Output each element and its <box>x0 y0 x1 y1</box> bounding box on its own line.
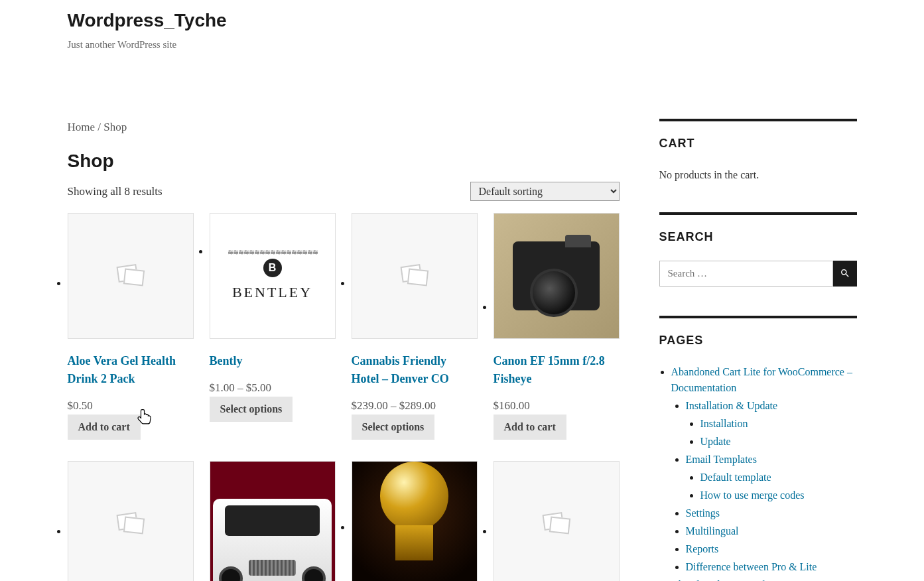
breadcrumb-current: Shop <box>103 121 127 133</box>
product-price: $239.00 – $289.00 <box>352 399 436 412</box>
search-button[interactable] <box>833 261 857 287</box>
site-title[interactable]: Wordpress_Tyche <box>68 7 857 34</box>
page-link[interactable]: Installation <box>700 418 748 429</box>
pages-widget: PAGES Abandoned Cart Lite for WooCommerc… <box>659 316 857 582</box>
page-link[interactable]: Abandoned Cart Lite for WooCommerce – Do… <box>671 366 852 393</box>
page-link[interactable]: Default template <box>700 472 771 483</box>
product-price: $1.00 – $5.00 <box>210 381 272 394</box>
product-title[interactable]: Aloe Vera Gel Health Drink 2 Pack <box>68 352 194 388</box>
product-image[interactable] <box>68 461 194 582</box>
search-form <box>659 261 857 287</box>
pages-list: Abandoned Cart Lite for WooCommerce – Do… <box>659 364 857 582</box>
page-link[interactable]: Reports <box>686 543 719 554</box>
product-image[interactable] <box>352 461 478 582</box>
cart-widget: CART No products in the cart. <box>659 119 857 183</box>
placeholder-icon <box>543 513 570 535</box>
placeholder-icon <box>401 265 428 287</box>
breadcrumb-sep: / <box>95 121 103 133</box>
sort-select[interactable]: Default sorting <box>470 182 620 201</box>
search-icon <box>840 268 850 279</box>
product-image[interactable] <box>494 461 620 582</box>
page-link[interactable]: Difference between Pro & Lite <box>686 561 817 572</box>
page-link[interactable]: Multilingual <box>686 525 739 537</box>
product-title[interactable]: Canon EF 15mm f/2.8 Fisheye <box>494 352 620 388</box>
pages-widget-title: PAGES <box>659 332 857 350</box>
product-action-button[interactable]: Select options <box>210 397 293 422</box>
page-link[interactable]: Abandoned Cart Pro for WooCommerce – Doc… <box>671 579 850 582</box>
product-action-button[interactable]: Select options <box>352 415 435 440</box>
placeholder-icon <box>117 513 144 535</box>
product-price: $0.50 <box>68 399 93 412</box>
breadcrumb: Home / Shop <box>68 119 620 136</box>
product-card <box>352 461 478 582</box>
page-link[interactable]: Settings <box>686 507 720 519</box>
page-link[interactable]: How to use merge codes <box>700 489 805 501</box>
page-title: Shop <box>68 147 620 175</box>
page-link[interactable]: Update <box>700 436 731 447</box>
product-image[interactable] <box>352 213 478 339</box>
product-title[interactable]: Bently <box>210 352 336 370</box>
search-widget-title: SEARCH <box>659 228 857 246</box>
product-title[interactable]: Cannabis Friendly Hotel – Denver CO <box>352 352 478 388</box>
cart-widget-title: CART <box>659 135 857 153</box>
product-card <box>494 461 620 582</box>
sort-form: Default sorting <box>470 182 620 201</box>
product-card: Cannabis Friendly Hotel – Denver CO$239.… <box>352 213 478 440</box>
product-card: ≋≋≋≋≋≋≋≋≋≋≋≋≋≋≋≋≋BBENTLEYBently$1.00 – $… <box>210 213 336 440</box>
product-card <box>210 461 336 582</box>
product-card: Canon EF 15mm f/2.8 Fisheye$160.00Add to… <box>494 213 620 440</box>
result-count: Showing all 8 results <box>68 183 163 200</box>
product-image[interactable] <box>494 213 620 339</box>
product-image[interactable] <box>68 213 194 339</box>
search-input[interactable] <box>659 261 833 287</box>
breadcrumb-home[interactable]: Home <box>68 121 96 133</box>
product-image[interactable]: ≋≋≋≋≋≋≋≋≋≋≋≋≋≋≋≋≋BBENTLEY <box>210 213 336 339</box>
site-tagline: Just another WordPress site <box>68 37 857 52</box>
page-link[interactable]: Installation & Update <box>686 400 778 411</box>
product-card: Aloe Vera Gel Health Drink 2 Pack$0.50Ad… <box>68 213 194 440</box>
placeholder-icon <box>117 265 144 287</box>
product-action-button[interactable]: Add to cart <box>68 415 141 440</box>
product-card <box>68 461 194 582</box>
search-widget: SEARCH <box>659 212 857 287</box>
product-action-button[interactable]: Add to cart <box>494 415 566 440</box>
product-price: $160.00 <box>494 399 530 412</box>
cart-empty-text: No products in the cart. <box>659 167 857 183</box>
product-image[interactable] <box>210 461 336 582</box>
page-link[interactable]: Email Templates <box>686 454 757 465</box>
